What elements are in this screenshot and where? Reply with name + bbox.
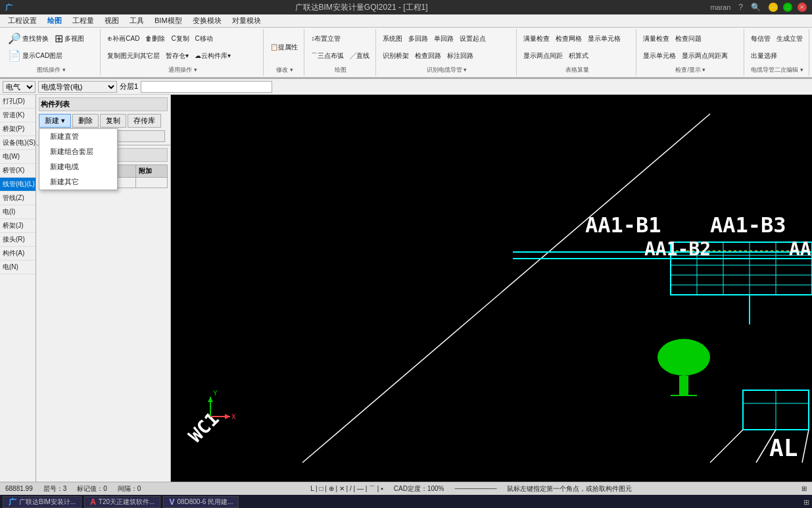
ribbon-btn-cloud[interactable]: ☁云构件库▾: [192, 48, 233, 65]
group-label-secondary-edit: 电缆导管二次编辑 ▾: [748, 64, 806, 74]
ribbon-btn-signal-pipe[interactable]: 每信管: [748, 30, 773, 47]
nav-item-elec-w[interactable]: 电(W): [0, 150, 36, 164]
ribbon-btn-full-check[interactable]: 满量检查: [521, 30, 552, 47]
ribbon-btn-temp-store[interactable]: 暂存仓▾: [163, 48, 191, 65]
menu-compare[interactable]: 对量模块: [227, 14, 266, 27]
menu-view[interactable]: 视图: [99, 14, 124, 27]
menu-transform[interactable]: 变换模块: [187, 14, 227, 27]
ribbon-btn-check-circuit[interactable]: 检查回路: [412, 48, 444, 65]
ribbon-btn-attr[interactable]: 📋提属性: [268, 30, 300, 64]
structure-toolbar: 新建 ▾ 删除 复制 存传库 新建直管 新建组合套层 新建电缆 新建其它: [39, 114, 168, 128]
ribbon-btn-line[interactable]: ╱直线: [347, 48, 372, 65]
search-icon[interactable]: 🔍: [751, 3, 761, 12]
hint-text: 鼠标左键指定第一个角点，或拾取构件图元: [507, 484, 632, 494]
ribbon-btn-identify-bridge[interactable]: 识别桥架: [380, 48, 412, 65]
ribbon-btn-check-grid[interactable]: 检查网格: [553, 30, 585, 47]
ribbon-btn-single-circuit[interactable]: 单回路: [431, 30, 456, 47]
taskbar-label-08d: 08D800-6 民用建...: [177, 497, 233, 507]
ribbon-btn-multi-circuit[interactable]: 多回路: [406, 30, 431, 47]
ribbon-btn-show-dist[interactable]: 显示两点间距: [521, 48, 565, 65]
nav-item-elec-n[interactable]: 电(N): [0, 261, 36, 274]
ribbon-btn-mark-circuit[interactable]: 标注回路: [444, 48, 476, 65]
taskbar-label-t20: T20天正建筑软件...: [99, 497, 155, 507]
taskbar: 广 广联达BIM安装计... A T20天正建筑软件... V 08D800-6…: [0, 495, 812, 508]
multiview-icon: ⊞: [55, 34, 63, 44]
ribbon-btn-sysdiag[interactable]: 系统图: [380, 30, 405, 47]
nav-item-tray-j[interactable]: 桥架(J): [0, 219, 36, 233]
ribbon-btn-calc-formula[interactable]: 积算式: [566, 48, 591, 65]
ribbon-btn-find-replace[interactable]: 🔎 查找替换: [5, 30, 51, 47]
menu-settings[interactable]: 工程设置: [3, 14, 42, 27]
new-button[interactable]: 新建 ▾: [39, 114, 71, 128]
mark-display: 标记值：0: [77, 484, 107, 494]
subcategory-select[interactable]: 电缆导管(电): [38, 81, 117, 93]
nav-item-equip-elec[interactable]: 设备(电)(S): [0, 136, 36, 150]
ribbon-btn-check-display-2[interactable]: 检查问题: [673, 30, 704, 47]
ribbon-btn-copy[interactable]: C复制: [168, 30, 191, 47]
nav-item-tray-pipe[interactable]: 桥管(X): [0, 164, 36, 178]
help-icon[interactable]: ?: [738, 3, 743, 12]
menu-bim[interactable]: BIM模型: [149, 14, 187, 27]
nav-item-component[interactable]: 构件(A): [0, 247, 36, 261]
svg-line-0: [302, 114, 710, 463]
category-select[interactable]: 电气: [3, 81, 36, 93]
ribbon-btn-check-display-1[interactable]: 满量检查: [640, 30, 672, 47]
menu-draw[interactable]: 绘图: [42, 14, 67, 27]
ribbon-group-modify: 📋提属性 修改 ▾: [265, 29, 304, 76]
ribbon-btn-arc[interactable]: ⌒三点布弧: [308, 48, 346, 65]
maximize-button[interactable]: □: [783, 3, 792, 12]
show-cad-icon: 📄: [8, 51, 21, 61]
group-label-check-display: 检查/显示 ▾: [640, 64, 741, 74]
dropdown-new-combo-layer[interactable]: 新建组合套层: [39, 144, 117, 159]
close-button[interactable]: ✕: [798, 3, 807, 12]
dropdown-new-cable[interactable]: 新建电缆: [39, 159, 117, 174]
panel-main: 构件列表 新建 ▾ 删除 复制 存传库 新建直管 新建组合套层 新: [36, 95, 171, 482]
copy-button[interactable]: 复制: [100, 114, 126, 128]
transfer-button[interactable]: 存传库: [128, 114, 161, 128]
grid-icon[interactable]: ⊞: [801, 485, 807, 492]
minimize-button[interactable]: ─: [769, 3, 778, 12]
ribbon-btn-vertical-pipe[interactable]: ↕布置立管: [308, 30, 343, 47]
ribbon-btn-show-unit[interactable]: 显示单元格: [640, 48, 679, 65]
zoom-slider[interactable]: ─────────: [454, 485, 496, 492]
ribbon-group-drawing-ops: 🔎 查找替换 ⊞ 多视图 📄 显示CAD图层 图纸操作 ▾: [3, 29, 101, 76]
svg-rect-19: [679, 376, 688, 395]
ribbon-btn-show-distance[interactable]: 显示两点间距离: [679, 48, 730, 65]
delete-button[interactable]: 删除: [72, 114, 99, 128]
menu-tools[interactable]: 工具: [124, 14, 149, 27]
ribbon-btn-show-cell[interactable]: 显示单元格: [585, 30, 623, 47]
group-label-common-ops: 通用操作 ▾: [105, 64, 260, 74]
taskbar-item-t20[interactable]: A T20天正建筑软件...: [84, 496, 160, 508]
menu-quantity[interactable]: 工程量: [67, 14, 99, 27]
taskbar-item-08d800[interactable]: V 08D800-6 民用建...: [163, 496, 239, 508]
ribbon-btn-export-select[interactable]: 出量选择: [748, 48, 780, 65]
cad-viewport[interactable]: AA1-B1 AA1-B3 AA1-B2 AA1- WC1 AL: [171, 95, 812, 482]
ribbon-btn-delete[interactable]: 🗑删除: [143, 30, 168, 47]
ribbon-btn-move[interactable]: C移动: [193, 30, 216, 47]
find-replace-icon: 🔎: [8, 34, 21, 44]
nav-item-conduit-z[interactable]: 管线(Z): [0, 191, 36, 205]
ribbon-btn-multiview[interactable]: ⊞ 多视图: [52, 30, 87, 47]
svg-text:X: X: [231, 413, 236, 420]
nav-item-pipe[interactable]: 管道(K): [0, 109, 36, 122]
dropdown-new-straight-pipe[interactable]: 新建直管: [39, 129, 117, 144]
ribbon-btn-supplement-cad[interactable]: ⊕补画CAD: [105, 30, 142, 47]
nav-item-conduit-elec[interactable]: 线管(电)(L): [0, 178, 36, 191]
svg-line-25: [710, 430, 743, 463]
dropdown-new-other[interactable]: 新建其它: [39, 174, 117, 190]
group-label-drawing-ops: 图纸操作 ▾: [5, 64, 97, 74]
nav-item-punch[interactable]: 打孔(D): [0, 95, 36, 109]
ribbon-btn-copy-to-layer[interactable]: 复制图元到其它层: [105, 48, 162, 65]
ribbon-btn-gen-vertical[interactable]: 生成立管: [774, 30, 805, 47]
nav-item-joint[interactable]: 接头(R): [0, 233, 36, 247]
taskbar-item-glodon[interactable]: 广 广联达BIM安装计...: [3, 496, 82, 508]
ribbon-group-check-display: 满量检查 检查问题 显示单元格 显示两点间距离 检查/显示 ▾: [638, 29, 744, 76]
show-desktop-button[interactable]: ⊞: [803, 498, 809, 507]
command-input[interactable]: [141, 81, 272, 93]
ribbon-btn-show-cad[interactable]: 📄 显示CAD图层: [5, 48, 65, 65]
ribbon-btn-set-start[interactable]: 设置起点: [457, 30, 489, 47]
status-bar: 68881.99 层号：3 标记值：0 间隔：0 L | □ | ⊕ | ✕ |…: [0, 482, 812, 495]
ribbon-group-draw: ↕布置立管 ⌒三点布弧 ╱直线 绘图: [306, 29, 376, 76]
nav-item-elec-i[interactable]: 电(I): [0, 205, 36, 219]
nav-item-tray[interactable]: 桥架(P): [0, 122, 36, 136]
